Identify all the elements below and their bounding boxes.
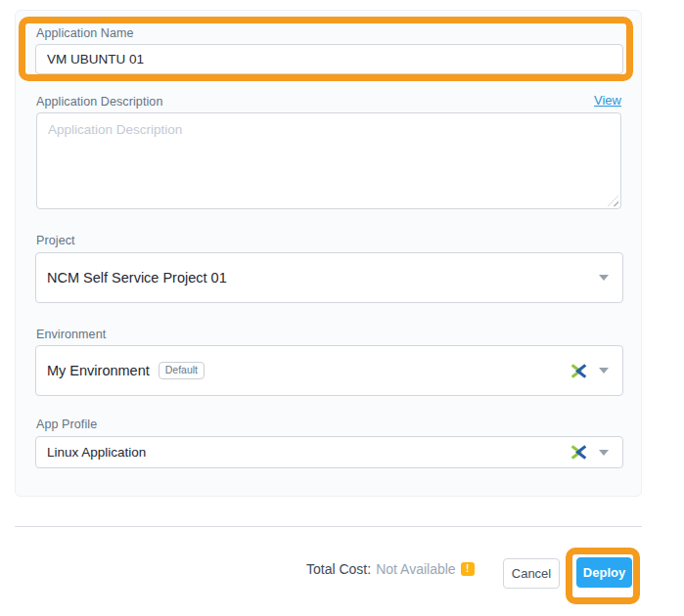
total-cost: Total Cost: Not Available ! <box>306 561 475 577</box>
environment-select[interactable]: My Environment Default <box>35 345 623 396</box>
default-badge: Default <box>159 362 205 379</box>
chevron-down-icon <box>599 450 609 456</box>
nutanix-x-icon <box>570 364 587 378</box>
application-name-label: Application Name <box>36 26 134 40</box>
app-profile-selected-value: Linux Application <box>47 445 146 460</box>
cancel-button[interactable]: Cancel <box>503 558 560 589</box>
project-select[interactable]: NCM Self Service Project 01 <box>35 252 623 303</box>
application-description-label: Application Description <box>36 95 162 109</box>
warning-icon: ! <box>461 562 475 576</box>
app-profile-select[interactable]: Linux Application <box>35 436 623 468</box>
application-description-textarea[interactable] <box>36 112 621 209</box>
chevron-down-icon <box>599 275 609 281</box>
deploy-application-dialog: Application Name Application Description… <box>0 0 684 616</box>
project-label: Project <box>36 234 75 247</box>
total-cost-value: Not Available <box>376 561 455 577</box>
footer-divider <box>15 526 642 527</box>
app-profile-label: App Profile <box>36 418 97 431</box>
nutanix-x-icon <box>570 445 587 460</box>
application-name-input[interactable] <box>35 44 623 74</box>
application-description-field <box>36 112 621 209</box>
chevron-down-icon <box>599 368 609 374</box>
environment-selected-value: My Environment <box>47 363 150 378</box>
deploy-button[interactable]: Deploy <box>576 557 632 588</box>
environment-label: Environment <box>36 328 106 341</box>
total-cost-label: Total Cost: <box>306 561 371 577</box>
view-link[interactable]: View <box>594 93 621 108</box>
project-selected-value: NCM Self Service Project 01 <box>47 270 227 286</box>
